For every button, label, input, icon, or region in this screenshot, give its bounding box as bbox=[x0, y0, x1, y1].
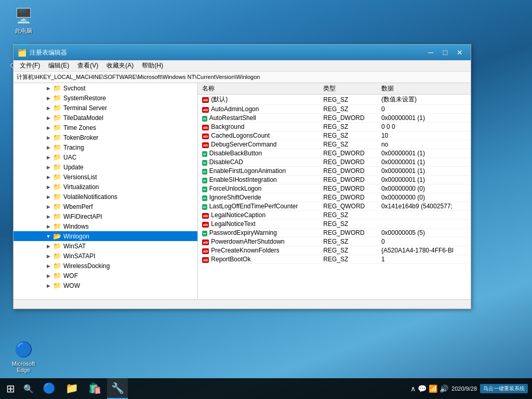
taskbar-tray: ∧ 💬 📶 🔊 bbox=[410, 384, 448, 393]
menu-edit[interactable]: 编辑(E) bbox=[44, 60, 73, 71]
table-row[interactable]: ▪▪LastLogOffEndTimePerfCounterREG_QWORD0… bbox=[198, 202, 471, 211]
table-row[interactable]: abReportBootOkREG_SZ1 bbox=[198, 255, 471, 264]
tray-chat-icon[interactable]: 💬 bbox=[418, 384, 427, 393]
value-data bbox=[377, 211, 471, 220]
window-controls: ─ □ ✕ bbox=[424, 47, 467, 58]
close-button[interactable]: ✕ bbox=[453, 47, 467, 58]
tree-panel[interactable]: ▶ 📁 Svchost ▶ 📁 SystemRestore ▶ 📁 Termin… bbox=[14, 83, 198, 299]
table-row[interactable]: ▪▪EnableSIHostIntegrationREG_DWORD0x0000… bbox=[198, 176, 471, 184]
value-name: ▪▪PasswordExpiryWarning bbox=[198, 229, 319, 237]
table-row[interactable]: ▪▪AutoRestartShellREG_DWORD0x00000001 (1… bbox=[198, 114, 471, 123]
type-icon: ▪▪ bbox=[202, 116, 207, 122]
table-row[interactable]: abPowerdownAfterShutdownREG_SZ0 bbox=[198, 237, 471, 246]
folder-icon: 📁 bbox=[53, 193, 61, 201]
table-row[interactable]: abBackgroundREG_SZ0 0 0 bbox=[198, 123, 471, 131]
brand-text: 鸟云一键重装系统 bbox=[483, 385, 525, 391]
tree-item-terminal-server[interactable]: ▶ 📁 Terminal Server bbox=[14, 103, 197, 113]
tray-volume-icon[interactable]: 🔊 bbox=[440, 384, 448, 393]
tree-item-winlogon[interactable]: ▼ 📂 Winlogon bbox=[14, 231, 197, 241]
tree-item-wirelessdocking[interactable]: ▶ 📁 WirelessDocking bbox=[14, 261, 197, 271]
taskbar-regedit[interactable]: 🔧 bbox=[107, 378, 128, 399]
start-button[interactable]: ⊞ bbox=[0, 378, 21, 399]
value-name: abLegalNoticeCaption bbox=[198, 211, 319, 220]
minimize-button[interactable]: ─ bbox=[424, 47, 437, 58]
value-type: REG_SZ bbox=[319, 105, 377, 114]
maximize-button[interactable]: □ bbox=[438, 47, 452, 58]
tree-item-wof[interactable]: ▶ 📁 WOF bbox=[14, 271, 197, 281]
tree-item-wow[interactable]: ▶ 📁 WOW bbox=[14, 281, 197, 290]
taskbar-explorer[interactable]: 📁 bbox=[61, 378, 82, 399]
value-type: REG_DWORD bbox=[319, 114, 377, 123]
table-row[interactable]: abLegalNoticeCaptionREG_SZ bbox=[198, 211, 471, 220]
tree-item-windows[interactable]: ▶ 📁 Windows bbox=[14, 221, 197, 231]
expander-icon: ▶ bbox=[45, 154, 52, 161]
value-type: REG_SZ bbox=[319, 220, 377, 229]
tree-item-versionslist[interactable]: ▶ 📁 VersionsList bbox=[14, 172, 197, 182]
tree-item-time-zones[interactable]: ▶ 📁 Time Zones bbox=[14, 123, 197, 132]
tree-item-svchost[interactable]: ▶ 📁 Svchost bbox=[14, 83, 197, 93]
tree-item-systemrestore[interactable]: ▶ 📁 SystemRestore bbox=[14, 93, 197, 103]
desktop-icon-edge[interactable]: 🔵 Microsoft Edge bbox=[5, 339, 42, 373]
folder-icon: 📁 bbox=[53, 272, 61, 280]
col-data: 数据 bbox=[377, 83, 471, 95]
tree-item-uac[interactable]: ▶ 📁 UAC bbox=[14, 152, 197, 162]
table-row[interactable]: ▪▪ForceUnlockLogonREG_DWORD0x00000000 (0… bbox=[198, 184, 471, 193]
tree-label: Terminal Server bbox=[63, 104, 107, 112]
tree-label: Winlogon bbox=[63, 233, 89, 240]
folder-icon: 📁 bbox=[53, 212, 61, 220]
expander-icon: ▶ bbox=[45, 95, 52, 102]
menu-help[interactable]: 帮助(H) bbox=[138, 60, 167, 71]
tree-label: TileDataModel bbox=[63, 114, 103, 122]
expander-icon: ▶ bbox=[45, 203, 52, 210]
table-row[interactable]: abDebugServerCommandREG_SZno bbox=[198, 140, 471, 149]
table-row[interactable]: ▪▪DisableBackButtonREG_DWORD0x00000001 (… bbox=[198, 149, 471, 158]
value-name: ▪▪LastLogOffEndTimePerfCounter bbox=[198, 202, 319, 211]
tree-item-winsatapi[interactable]: ▶ 📁 WinSATAPI bbox=[14, 251, 197, 261]
expander-icon: ▶ bbox=[45, 252, 52, 260]
folder-icon: 📁 bbox=[53, 183, 61, 191]
tree-item-volatile[interactable]: ▶ 📁 VolatileNotifications bbox=[14, 192, 197, 202]
type-icon: ▪▪ bbox=[202, 231, 207, 236]
value-data: no bbox=[377, 140, 471, 149]
table-row[interactable]: ▪▪EnableFirstLogonAnimationREG_DWORD0x00… bbox=[198, 167, 471, 176]
table-row[interactable]: ▪▪IgnoreShiftOverideREG_DWORD0x00000000 … bbox=[198, 193, 471, 202]
tree-item-update[interactable]: ▶ 📁 Update bbox=[14, 162, 197, 172]
tray-wifi-icon[interactable]: 📶 bbox=[429, 384, 437, 393]
table-row[interactable]: ▪▪PasswordExpiryWarningREG_DWORD0x000000… bbox=[198, 229, 471, 237]
expander-icon: ▶ bbox=[45, 223, 52, 230]
tree-item-wifidirect[interactable]: ▶ 📁 WiFiDirectAPI bbox=[14, 211, 197, 221]
expander-icon: ▶ bbox=[45, 164, 52, 171]
tree-label: TokenBroker bbox=[63, 134, 98, 141]
table-row[interactable]: abLegalNoticeTextREG_SZ bbox=[198, 220, 471, 229]
values-panel[interactable]: 名称 类型 数据 ab(默认)REG_SZ(数值未设置)abAutoAdminL… bbox=[198, 83, 471, 299]
taskbar-store[interactable]: 🛍️ bbox=[84, 378, 105, 399]
expander-icon: ▶ bbox=[45, 144, 52, 151]
address-bar[interactable]: 计算机\HKEY_LOCAL_MACHINE\SOFTWARE\Microsof… bbox=[14, 72, 471, 83]
taskbar-edge[interactable]: 🔵 bbox=[38, 378, 59, 399]
menu-file[interactable]: 文件(F) bbox=[16, 60, 44, 71]
table-row[interactable]: abCachedLogonsCountREG_SZ10 bbox=[198, 131, 471, 140]
bottom-scrollbar[interactable] bbox=[14, 299, 471, 309]
table-row[interactable]: abPreCreateKnownFoldersREG_SZ{A520A1A4-1… bbox=[198, 246, 471, 255]
title-bar[interactable]: 🗂️ 注册表编辑器 ─ □ ✕ bbox=[14, 45, 471, 60]
desktop-icon-my-computer[interactable]: 🖥️ 此电脑 bbox=[5, 5, 42, 35]
tree-item-tracing[interactable]: ▶ 📁 Tracing bbox=[14, 142, 197, 152]
menu-view[interactable]: 查看(V) bbox=[73, 60, 102, 71]
tray-chevron-icon[interactable]: ∧ bbox=[410, 384, 416, 393]
type-icon: ab bbox=[202, 134, 209, 139]
table-row[interactable]: ▪▪DisableCADREG_DWORD0x00000001 (1) bbox=[198, 158, 471, 167]
desktop-icons-bottom: 🔵 Microsoft Edge bbox=[5, 339, 42, 373]
value-type: REG_SZ bbox=[319, 140, 377, 149]
value-name: abBackground bbox=[198, 123, 319, 131]
tree-item-tiledatamodel[interactable]: ▶ 📁 TileDataModel bbox=[14, 113, 197, 123]
tree-item-wbemperf[interactable]: ▶ 📁 WbemPerf bbox=[14, 202, 197, 211]
menu-favorites[interactable]: 收藏夹(A) bbox=[102, 60, 138, 71]
search-button[interactable]: 🔍 bbox=[21, 378, 36, 399]
table-row[interactable]: ab(默认)REG_SZ(数值未设置) bbox=[198, 95, 471, 105]
table-row[interactable]: abAutoAdminLogonREG_SZ0 bbox=[198, 105, 471, 114]
tree-item-tokenbroker[interactable]: ▶ 📁 TokenBroker bbox=[14, 132, 197, 142]
tree-item-winsat[interactable]: ▶ 📁 WinSAT bbox=[14, 241, 197, 251]
tree-label: WOW bbox=[63, 282, 80, 289]
tree-item-virtualization[interactable]: ▶ 📁 Virtualization bbox=[14, 182, 197, 192]
tree-label: SystemRestore bbox=[63, 95, 106, 102]
